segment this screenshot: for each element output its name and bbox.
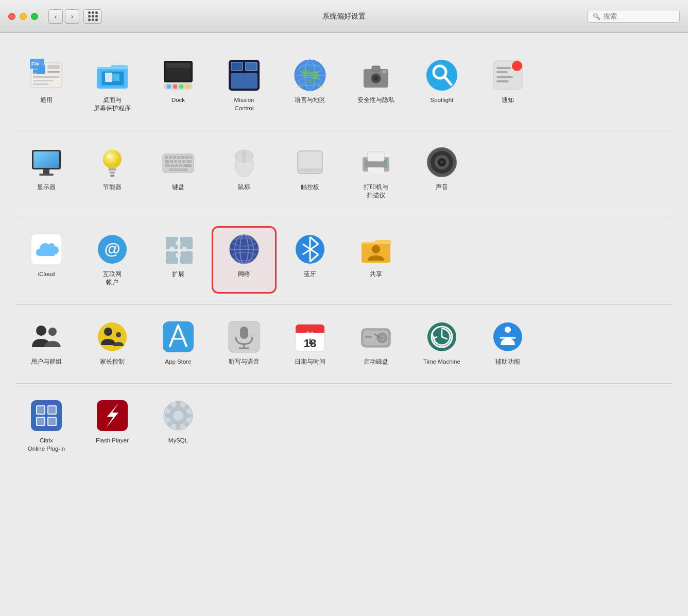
flash-label: Flash Player [96, 436, 129, 444]
extensions-label: 扩展 [172, 270, 184, 278]
icon-item-mysql[interactable]: MySQL [147, 394, 209, 458]
general-icon: File New One [30, 59, 63, 92]
svg-rect-3 [47, 71, 60, 73]
svg-point-61 [103, 150, 122, 168]
svg-text:@: @ [104, 239, 120, 258]
icon-item-accessibility[interactable]: 辅助功能 [477, 315, 539, 371]
icon-item-timemachine[interactable]: Time Machine [411, 315, 473, 371]
svg-point-131 [36, 326, 46, 336]
forward-button[interactable]: › [65, 9, 79, 24]
icon-item-security[interactable]: 安全性与隐私 [345, 54, 407, 117]
svg-rect-69 [173, 156, 176, 159]
svg-rect-158 [365, 336, 372, 338]
minimize-button[interactable] [20, 13, 27, 20]
mouse-label: 鼠标 [238, 183, 250, 191]
bluetooth-icon [294, 233, 326, 266]
svg-rect-72 [185, 156, 188, 159]
svg-rect-57 [33, 151, 59, 168]
svg-rect-23 [179, 84, 183, 89]
icon-item-users[interactable]: 用户与群组 [15, 315, 77, 371]
icon-item-dock[interactable]: Dock [147, 54, 209, 117]
traffic-lights [8, 13, 38, 20]
svg-rect-80 [165, 164, 170, 167]
svg-point-46 [426, 60, 457, 91]
grid-icon [88, 11, 98, 21]
search-bar[interactable]: 🔍 [587, 10, 680, 23]
svg-rect-141 [240, 327, 248, 339]
svg-rect-29 [232, 63, 242, 70]
svg-rect-77 [178, 160, 181, 163]
dock-icon [162, 59, 195, 92]
icon-item-energy[interactable]: 节能器 [81, 141, 143, 204]
internet-label: 互联网帐户 [103, 270, 122, 286]
back-button[interactable]: ‹ [48, 9, 63, 24]
sound-label: 声音 [436, 183, 448, 191]
icon-item-network[interactable]: 网络 [213, 228, 275, 292]
titlebar: ‹ › 系统偏好设置 🔍 [0, 0, 688, 33]
desktop-label: 桌面与屏幕保护程序 [94, 96, 131, 112]
svg-text:JUL: JUL [305, 331, 315, 337]
svg-rect-68 [169, 156, 172, 159]
maximize-button[interactable] [31, 13, 38, 20]
icon-item-trackpad[interactable]: 触控板 [279, 141, 341, 204]
datetime-label: 日期与时间 [295, 357, 325, 366]
users-label: 用户与群组 [31, 357, 62, 366]
icon-item-sound[interactable]: 声音 [411, 141, 473, 204]
svg-rect-45 [382, 70, 386, 73]
icon-item-notification[interactable]: 通知 [477, 54, 539, 117]
svg-rect-28 [231, 73, 257, 89]
icon-item-display[interactable]: 显示器 [15, 141, 77, 204]
energy-label: 节能器 [103, 183, 122, 191]
icon-item-keyboard[interactable]: 键盘 [147, 141, 209, 204]
icon-item-bluetooth[interactable]: 蓝牙 [279, 228, 341, 292]
svg-rect-109 [180, 237, 193, 249]
appstore-icon [162, 320, 195, 353]
icon-item-language[interactable]: 语言与地区 [279, 54, 341, 117]
spotlight-icon [425, 59, 458, 92]
icon-item-appstore[interactable]: App Store [147, 315, 209, 371]
svg-rect-53 [496, 76, 513, 78]
internet-icon: @ [96, 233, 129, 266]
svg-rect-75 [170, 160, 173, 163]
icon-item-icloud[interactable]: iCloud [15, 228, 77, 292]
icon-item-dictation[interactable]: 听写与语音 [213, 315, 275, 371]
security-icon [359, 59, 392, 92]
section-personal: File New One 通用 [15, 43, 673, 130]
icon-item-datetime[interactable]: 18 JUL 日期与时间 [279, 315, 341, 371]
icon-item-parental[interactable]: 家长控制 [81, 315, 143, 371]
svg-point-135 [116, 332, 121, 337]
language-label: 语言与地区 [295, 96, 325, 104]
close-button[interactable] [8, 13, 15, 20]
grid-view-button[interactable] [83, 9, 102, 24]
icon-item-startup[interactable]: 启动磁盘 [345, 315, 407, 371]
icon-grid-internet: iCloud @ 互联网帐户 [15, 228, 673, 292]
svg-point-179 [173, 410, 183, 421]
icon-item-citrix[interactable]: CitrixOnline Plug-in [15, 394, 77, 458]
timemachine-label: Time Machine [423, 357, 460, 366]
icon-item-mouse[interactable]: 鼠标 [213, 141, 275, 204]
svg-point-50 [512, 61, 522, 71]
icon-item-extensions[interactable]: 扩展 [147, 228, 209, 292]
svg-rect-54 [496, 80, 509, 82]
icon-item-sharing[interactable]: 共享 [345, 228, 407, 292]
icon-item-general[interactable]: File New One 通用 [15, 54, 77, 117]
svg-rect-83 [179, 164, 182, 167]
icon-item-mission[interactable]: MissionControl [213, 54, 275, 117]
startup-icon [359, 320, 392, 353]
svg-rect-70 [177, 156, 180, 159]
notification-label: 通知 [502, 96, 514, 104]
desktop-icon [96, 59, 129, 92]
icon-item-spotlight[interactable]: Spotlight [411, 54, 473, 117]
search-input[interactable] [604, 12, 674, 20]
icon-item-internet[interactable]: @ 互联网帐户 [81, 228, 143, 292]
svg-point-35 [307, 79, 313, 83]
svg-point-115 [182, 247, 187, 252]
citrix-icon [30, 399, 63, 432]
trackpad-icon [294, 146, 326, 179]
icon-item-desktop[interactable]: 桌面与屏幕保护程序 [81, 54, 143, 117]
svg-rect-63 [109, 172, 115, 174]
icon-item-printer[interactable]: 打印机与扫描仪 [345, 141, 407, 204]
svg-rect-182 [165, 414, 170, 418]
icon-item-flash[interactable]: Flash Player [81, 394, 143, 458]
svg-rect-6 [33, 83, 48, 85]
